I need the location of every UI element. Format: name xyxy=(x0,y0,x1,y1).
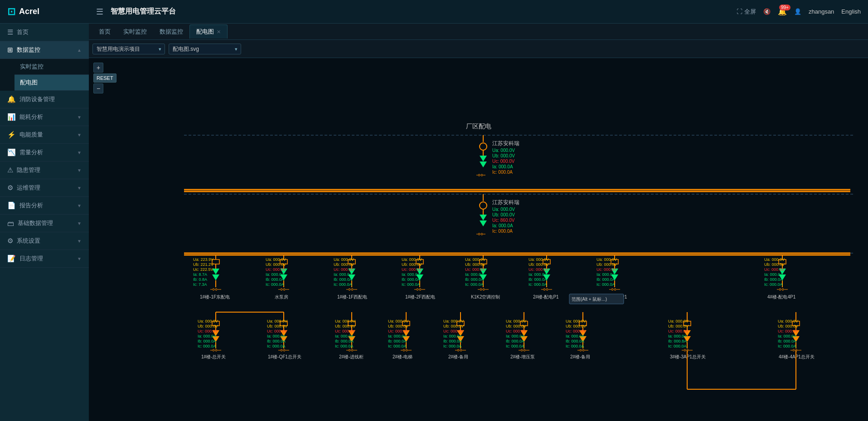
svg-point-218 xyxy=(351,349,353,351)
svg-point-15 xyxy=(478,174,480,176)
svg-text:Ic: 000.0A: Ic: 000.0A xyxy=(267,344,286,348)
svg-text:Ib: 000.0A: Ib: 000.0A xyxy=(764,277,783,282)
project-select[interactable]: 智慧用电演示项目 xyxy=(92,44,165,54)
svg-text:Ua: 223.9V: Ua: 223.9V xyxy=(193,257,213,262)
svg-point-166 xyxy=(782,289,784,290)
zoom-plus-button[interactable]: + xyxy=(93,63,103,73)
svg-text:Ia: 000.0A: Ia: 000.0A xyxy=(334,272,352,277)
logo-icon: ⊡ xyxy=(7,6,15,18)
data-monitor-icon: ⊞ xyxy=(7,46,13,54)
sidebar-item-base-data[interactable]: 🗃 基础数据管理 ▼ xyxy=(0,215,89,232)
svg-text:Ia: 000.0A: Ia: 000.0A xyxy=(266,272,284,277)
tab-home[interactable]: 首页 xyxy=(92,25,117,39)
svg-text:2#楼-配电P1: 2#楼-配电P1 xyxy=(533,294,559,299)
tab-diagram[interactable]: 配电图 ✕ xyxy=(189,24,228,39)
tab-data-monitor[interactable]: 数据监控 xyxy=(153,25,189,39)
fullscreen-button[interactable]: ⛶ 全屏 xyxy=(737,8,756,16)
notification-badge: 99+ xyxy=(779,5,790,10)
tab-realtime-label: 实时监控 xyxy=(123,28,147,36)
svg-text:Ic: 000.0A: Ic: 000.0A xyxy=(266,282,284,287)
svg-text:Uc: 000.5V: Uc: 000.5V xyxy=(402,267,422,272)
report-icon: 📄 xyxy=(7,201,16,210)
sidebar-item-logs[interactable]: 📝 日志管理 ▼ xyxy=(0,250,89,268)
svg-marker-7 xyxy=(480,162,487,167)
svg-text:1#楼-2F西配电: 1#楼-2F西配电 xyxy=(405,294,435,299)
svg-marker-24 xyxy=(480,220,487,226)
svg-point-129 xyxy=(543,289,545,290)
sidebar-item-hazard[interactable]: ⚠ 隐患管理 ▼ xyxy=(0,162,89,179)
zoom-reset-button[interactable]: RESET xyxy=(93,73,116,83)
svg-text:Uc: 000.5V: Uc: 000.5V xyxy=(334,267,354,272)
svg-text:Ia: 000.0A: Ia: 000.0A xyxy=(596,272,615,277)
tab-diagram-close[interactable]: ✕ xyxy=(217,29,221,35)
svg-marker-41 xyxy=(212,274,219,280)
svg-text:Uc: 000.5V: Uc: 000.5V xyxy=(529,267,549,272)
sidebar-item-power-quality[interactable]: ⚡ 电能质量 ▼ xyxy=(0,126,89,144)
svg-text:Ub: 000.0V: Ub: 000.0V xyxy=(335,324,355,328)
svg-text:Ib: 000.0A: Ib: 000.0A xyxy=(596,277,615,282)
svg-text:Ua: 000.0V: Ua: 000.0V xyxy=(506,319,526,323)
svg-text:Ua: 000.0V: Ua: 000.0V xyxy=(764,257,785,262)
chevron-down-icon: ▼ xyxy=(77,168,82,173)
tab-realtime[interactable]: 实时监控 xyxy=(117,25,153,39)
svg-text:Ia: 000.0A: Ia: 000.0A xyxy=(506,334,524,338)
svg-point-165 xyxy=(779,289,781,290)
user-icon-button[interactable]: 👤 xyxy=(794,8,801,15)
svg-point-302 xyxy=(684,349,686,351)
sidebar-item-label: 首页 xyxy=(17,28,82,36)
header-actions: ⛶ 全屏 🔇 🔔 99+ 👤 zhangsan English xyxy=(737,7,861,16)
sidebar-item-energy[interactable]: 📊 能耗分析 ▼ xyxy=(0,108,89,126)
svg-text:1#楼-1F西配电: 1#楼-1F西配电 xyxy=(337,294,367,299)
svg-text:Ia: 000.0A: Ia: 000.0A xyxy=(492,223,513,228)
svg-text:Uc: 860.0V: Uc: 860.0V xyxy=(492,218,515,223)
logs-icon: 📝 xyxy=(7,255,16,263)
svg-text:Uc: 000.5V: Uc: 000.5V xyxy=(596,267,617,272)
svg-point-32 xyxy=(478,233,480,235)
svg-text:江苏安科瑞: 江苏安科瑞 xyxy=(492,140,519,147)
sidebar-item-home[interactable]: ☰ 首页 xyxy=(0,24,89,41)
sidebar-item-demand[interactable]: 📉 需量分析 ▼ xyxy=(0,144,89,162)
svg-text:Ub: 000.5V: Ub: 000.5V xyxy=(596,262,617,267)
svg-text:Ic: 000.0A: Ic: 000.0A xyxy=(668,344,687,348)
fire-icon: 🔔 xyxy=(7,95,16,103)
sidebar-item-fire[interactable]: 🔔 消防设备管理 xyxy=(0,91,89,108)
svg-text:4#楼-配电4P1: 4#楼-配电4P1 xyxy=(767,294,796,299)
chevron-down-icon: ▼ xyxy=(77,256,82,261)
sidebar-item-settings[interactable]: ⚙ 系统设置 ▼ xyxy=(0,232,89,250)
sidebar-item-ops[interactable]: ⚙ 运维管理 ▼ xyxy=(0,179,89,197)
svg-point-16 xyxy=(481,174,483,176)
notification-bell[interactable]: 🔔 99+ xyxy=(778,7,787,16)
sidebar-sub-item-realtime[interactable]: 实时监控 xyxy=(15,59,89,75)
svg-text:Ua: 000.0V: Ua: 000.0V xyxy=(492,148,515,153)
svg-text:Ua: 000.0V: Ua: 000.0V xyxy=(334,257,354,262)
diagram-canvas: + RESET − 厂区配电 江苏安科瑞 Ua: 000.0V U xyxy=(89,58,868,421)
svg-text:Ic: 000.0A: Ic: 000.0A xyxy=(335,344,354,348)
chevron-down-icon: ▼ xyxy=(77,150,82,155)
svg-point-269 xyxy=(524,349,525,351)
settings-icon: ⚙ xyxy=(7,237,13,245)
file-select[interactable]: 配电图.svg xyxy=(169,44,241,54)
svg-text:Ia: 000.0A: Ia: 000.0A xyxy=(778,334,796,338)
svg-text:1#楼-1F东配电: 1#楼-1F东配电 xyxy=(200,294,230,299)
svg-text:Ub: 000.0V: Ub: 000.0V xyxy=(492,153,515,158)
sidebar-sub-item-diagram[interactable]: 配电图 xyxy=(15,75,89,91)
svg-text:Ub: 000.5V: Ub: 000.5V xyxy=(529,262,549,267)
svg-point-286 xyxy=(582,349,584,351)
svg-text:Ub: 000.0V: Ub: 000.0V xyxy=(266,262,286,267)
project-select-wrapper: 智慧用电演示项目 xyxy=(92,44,165,54)
svg-text:Ua: 000.0V: Ua: 000.0V xyxy=(529,257,549,262)
svg-point-79 xyxy=(351,289,353,290)
svg-text:Ic: 000.0A: Ic: 000.0A xyxy=(506,344,524,348)
sidebar-item-label: 日志管理 xyxy=(19,255,77,263)
mute-icon: 🔇 xyxy=(763,8,771,15)
tab-home-label: 首页 xyxy=(99,28,111,36)
user-circle-icon: 👤 xyxy=(794,8,801,15)
menu-icon[interactable]: ☰ xyxy=(96,7,103,17)
power-quality-icon: ⚡ xyxy=(7,131,16,139)
sidebar-item-report[interactable]: 📄 报告分析 ▼ xyxy=(0,197,89,215)
sidebar-item-data-monitor[interactable]: ⊞ 数据监控 ▲ xyxy=(0,41,89,59)
svg-text:Ic: 000.0A: Ic: 000.0A xyxy=(198,344,216,348)
svg-text:Uc: 222.5V: Uc: 222.5V xyxy=(193,267,213,272)
mute-button[interactable]: 🔇 xyxy=(763,8,771,15)
zoom-minus-button[interactable]: − xyxy=(93,83,103,93)
